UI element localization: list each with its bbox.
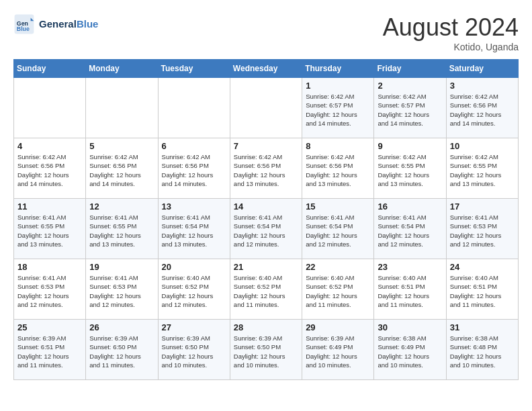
day-number: 27 xyxy=(162,322,226,332)
calendar-cell: 1Sunrise: 6:42 AMSunset: 6:57 PMDaylight… xyxy=(302,78,374,138)
day-info: Sunrise: 6:39 AMSunset: 6:50 PMDaylight:… xyxy=(162,334,226,369)
day-number: 13 xyxy=(162,201,226,212)
day-info: Sunrise: 6:41 AMSunset: 6:55 PMDaylight:… xyxy=(17,213,82,248)
day-number: 10 xyxy=(450,141,515,151)
svg-text:Blue: Blue xyxy=(17,26,30,32)
day-info: Sunrise: 6:40 AMSunset: 6:52 PMDaylight:… xyxy=(306,273,370,309)
calendar-cell: 29Sunrise: 6:39 AMSunset: 6:49 PMDayligh… xyxy=(302,320,374,380)
calendar-cell xyxy=(86,78,158,138)
day-number: 21 xyxy=(234,262,298,272)
calendar-week-row: 4Sunrise: 6:42 AMSunset: 6:56 PMDaylight… xyxy=(14,138,519,199)
day-number: 12 xyxy=(89,201,154,212)
day-info: Sunrise: 6:42 AMSunset: 6:55 PMDaylight:… xyxy=(378,152,442,188)
day-number: 9 xyxy=(378,141,442,151)
calendar-cell: 17Sunrise: 6:41 AMSunset: 6:53 PMDayligh… xyxy=(446,199,518,259)
day-info: Sunrise: 6:42 AMSunset: 6:56 PMDaylight:… xyxy=(89,152,154,188)
calendar-week-row: 11Sunrise: 6:41 AMSunset: 6:55 PMDayligh… xyxy=(14,199,519,259)
day-info: Sunrise: 6:41 AMSunset: 6:54 PMDaylight:… xyxy=(306,213,370,248)
day-number: 5 xyxy=(89,141,154,151)
day-info: Sunrise: 6:41 AMSunset: 6:53 PMDaylight:… xyxy=(17,273,82,309)
day-info: Sunrise: 6:39 AMSunset: 6:50 PMDaylight:… xyxy=(234,334,298,369)
weekday-header: Monday xyxy=(86,60,158,78)
calendar-cell: 12Sunrise: 6:41 AMSunset: 6:55 PMDayligh… xyxy=(86,199,158,259)
day-info: Sunrise: 6:42 AMSunset: 6:57 PMDaylight:… xyxy=(378,92,442,128)
calendar-cell: 21Sunrise: 6:40 AMSunset: 6:52 PMDayligh… xyxy=(230,259,302,320)
calendar-cell: 13Sunrise: 6:41 AMSunset: 6:54 PMDayligh… xyxy=(158,199,230,259)
logo-general: General xyxy=(39,18,77,30)
calendar-cell: 27Sunrise: 6:39 AMSunset: 6:50 PMDayligh… xyxy=(158,320,230,380)
calendar-header-row: SundayMondayTuesdayWednesdayThursdayFrid… xyxy=(14,60,519,78)
day-info: Sunrise: 6:41 AMSunset: 6:54 PMDaylight:… xyxy=(234,213,298,248)
calendar-cell: 14Sunrise: 6:41 AMSunset: 6:54 PMDayligh… xyxy=(230,199,302,259)
calendar-cell: 9Sunrise: 6:42 AMSunset: 6:55 PMDaylight… xyxy=(374,138,446,199)
day-number: 17 xyxy=(450,201,515,212)
day-info: Sunrise: 6:39 AMSunset: 6:51 PMDaylight:… xyxy=(17,334,82,369)
weekday-header: Sunday xyxy=(14,60,86,78)
day-number: 2 xyxy=(378,81,442,91)
day-info: Sunrise: 6:41 AMSunset: 6:54 PMDaylight:… xyxy=(378,213,442,248)
day-info: Sunrise: 6:42 AMSunset: 6:55 PMDaylight:… xyxy=(450,152,515,188)
calendar-cell xyxy=(230,78,302,138)
day-number: 1 xyxy=(306,81,370,91)
title-block: August 2024 Kotido, Uganda xyxy=(383,13,519,52)
day-number: 7 xyxy=(234,141,298,151)
logo-blue: Blue xyxy=(77,18,99,30)
day-info: Sunrise: 6:41 AMSunset: 6:55 PMDaylight:… xyxy=(89,213,154,248)
calendar-cell: 6Sunrise: 6:42 AMSunset: 6:56 PMDaylight… xyxy=(158,138,230,199)
calendar-cell: 16Sunrise: 6:41 AMSunset: 6:54 PMDayligh… xyxy=(374,199,446,259)
calendar-cell: 25Sunrise: 6:39 AMSunset: 6:51 PMDayligh… xyxy=(14,320,86,380)
calendar-cell: 28Sunrise: 6:39 AMSunset: 6:50 PMDayligh… xyxy=(230,320,302,380)
day-number: 15 xyxy=(306,201,370,212)
day-number: 16 xyxy=(378,201,442,212)
day-number: 20 xyxy=(162,262,226,272)
day-info: Sunrise: 6:42 AMSunset: 6:56 PMDaylight:… xyxy=(17,152,82,188)
calendar-cell: 2Sunrise: 6:42 AMSunset: 6:57 PMDaylight… xyxy=(374,78,446,138)
day-number: 6 xyxy=(162,141,226,151)
calendar-cell: 3Sunrise: 6:42 AMSunset: 6:56 PMDaylight… xyxy=(446,78,518,138)
day-info: Sunrise: 6:40 AMSunset: 6:51 PMDaylight:… xyxy=(378,273,442,309)
day-number: 29 xyxy=(306,322,370,332)
day-number: 22 xyxy=(306,262,370,272)
calendar-cell: 20Sunrise: 6:40 AMSunset: 6:52 PMDayligh… xyxy=(158,259,230,320)
day-number: 26 xyxy=(89,322,154,332)
calendar-cell: 15Sunrise: 6:41 AMSunset: 6:54 PMDayligh… xyxy=(302,199,374,259)
calendar-cell: 30Sunrise: 6:38 AMSunset: 6:49 PMDayligh… xyxy=(374,320,446,380)
weekday-header: Saturday xyxy=(446,60,518,78)
calendar-cell xyxy=(158,78,230,138)
calendar-week-row: 25Sunrise: 6:39 AMSunset: 6:51 PMDayligh… xyxy=(14,320,519,380)
weekday-header: Wednesday xyxy=(230,60,302,78)
calendar-cell: 11Sunrise: 6:41 AMSunset: 6:55 PMDayligh… xyxy=(14,199,86,259)
page-header: Gen Blue GeneralBlue August 2024 Kotido,… xyxy=(13,13,519,52)
day-info: Sunrise: 6:42 AMSunset: 6:57 PMDaylight:… xyxy=(306,92,370,128)
calendar-cell: 31Sunrise: 6:38 AMSunset: 6:48 PMDayligh… xyxy=(446,320,518,380)
day-number: 19 xyxy=(89,262,154,272)
calendar-cell: 8Sunrise: 6:42 AMSunset: 6:56 PMDaylight… xyxy=(302,138,374,199)
calendar-cell: 18Sunrise: 6:41 AMSunset: 6:53 PMDayligh… xyxy=(14,259,86,320)
calendar-cell: 5Sunrise: 6:42 AMSunset: 6:56 PMDaylight… xyxy=(86,138,158,199)
day-number: 31 xyxy=(450,322,515,332)
calendar-cell: 10Sunrise: 6:42 AMSunset: 6:55 PMDayligh… xyxy=(446,138,518,199)
day-number: 30 xyxy=(378,322,442,332)
weekday-header: Thursday xyxy=(302,60,374,78)
calendar-cell: 22Sunrise: 6:40 AMSunset: 6:52 PMDayligh… xyxy=(302,259,374,320)
day-number: 8 xyxy=(306,141,370,151)
day-info: Sunrise: 6:40 AMSunset: 6:51 PMDaylight:… xyxy=(450,273,515,309)
calendar-cell: 7Sunrise: 6:42 AMSunset: 6:56 PMDaylight… xyxy=(230,138,302,199)
day-info: Sunrise: 6:42 AMSunset: 6:56 PMDaylight:… xyxy=(162,152,226,188)
day-info: Sunrise: 6:40 AMSunset: 6:52 PMDaylight:… xyxy=(234,273,298,309)
location: Kotido, Uganda xyxy=(383,42,519,52)
day-number: 28 xyxy=(234,322,298,332)
calendar-table: SundayMondayTuesdayWednesdayThursdayFrid… xyxy=(13,59,519,380)
calendar-cell: 19Sunrise: 6:41 AMSunset: 6:53 PMDayligh… xyxy=(86,259,158,320)
day-info: Sunrise: 6:42 AMSunset: 6:56 PMDaylight:… xyxy=(450,92,515,128)
weekday-header: Friday xyxy=(374,60,446,78)
day-number: 24 xyxy=(450,262,515,272)
calendar-cell: 26Sunrise: 6:39 AMSunset: 6:50 PMDayligh… xyxy=(86,320,158,380)
day-number: 18 xyxy=(17,262,82,272)
logo-icon: Gen Blue xyxy=(13,13,35,35)
day-info: Sunrise: 6:38 AMSunset: 6:49 PMDaylight:… xyxy=(378,334,442,369)
logo: Gen Blue GeneralBlue xyxy=(13,13,98,35)
calendar-cell: 4Sunrise: 6:42 AMSunset: 6:56 PMDaylight… xyxy=(14,138,86,199)
month-year: August 2024 xyxy=(383,13,519,42)
day-number: 11 xyxy=(17,201,82,212)
